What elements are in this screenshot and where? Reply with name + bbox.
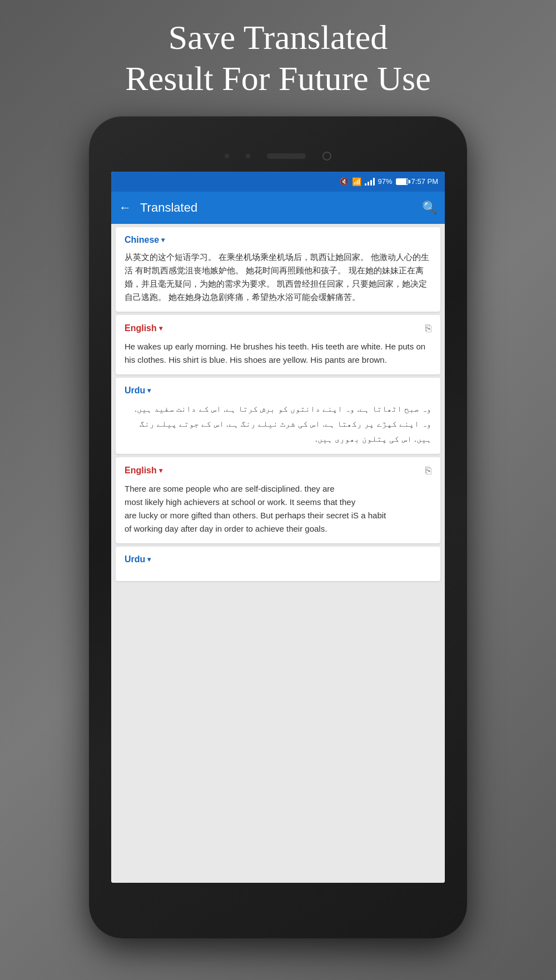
card-5-dropdown-arrow[interactable]: ▾ [147, 556, 151, 563]
card-4-share-button[interactable]: ⎘ [425, 465, 431, 477]
card-2-dropdown-arrow[interactable]: ▾ [159, 324, 162, 332]
translation-card-5: Urdu ▾ [116, 547, 440, 581]
phone-mockup: 🔇 📶 97% 7:57 PM ← [89, 116, 467, 938]
card-4-lang-row: English ▾ ⎘ [125, 465, 431, 477]
translation-card-3: Urdu ▾ وہ صبح اٹھاتا ہے. وہ اپنے دانتوں … [116, 378, 440, 454]
card-2-lang-row: English ▾ ⎘ [125, 323, 431, 334]
card-3-text: وہ صبح اٹھاتا ہے. وہ اپنے دانتوں کو برش … [125, 401, 431, 446]
card-3-lang-row: Urdu ▾ [125, 386, 431, 396]
clock: 7:57 PM [411, 177, 438, 186]
speaker-dot-right [246, 154, 250, 158]
card-1-lang-row: Chinese ▾ [125, 235, 431, 245]
card-5-lang-label[interactable]: Urdu ▾ [125, 554, 151, 564]
card-1-dropdown-arrow[interactable]: ▾ [161, 236, 165, 244]
search-button[interactable]: 🔍 [422, 201, 437, 215]
front-camera [322, 152, 331, 161]
mute-icon: 🔇 [340, 177, 349, 186]
card-4-text: There are some people who are self-disci… [125, 482, 431, 536]
phone-top-area [111, 141, 445, 172]
signal-bars [365, 178, 375, 186]
back-button[interactable]: ← [119, 201, 131, 215]
card-2-lang-label[interactable]: English ▾ [125, 323, 162, 333]
card-3-dropdown-arrow[interactable]: ▾ [147, 387, 151, 394]
content-area[interactable]: Chinese ▾ 从英文的这个短语学习。 在乘坐机场乘坐机场后，凯西让她回家。… [111, 224, 445, 883]
card-4-lang-label[interactable]: English ▾ [125, 466, 162, 476]
card-2-text: He wakes up early morning. He brushes hi… [125, 340, 431, 367]
phone-screen: 🔇 📶 97% 7:57 PM ← [111, 172, 445, 883]
battery-icon [396, 178, 408, 185]
speaker-grille [267, 153, 306, 159]
card-1-text: 从英文的这个短语学习。 在乘坐机场乘坐机场后，凯西让她回家。 他激动人心的生活 … [125, 251, 431, 304]
translation-card-2: English ▾ ⎘ He wakes up early morning. H… [116, 315, 440, 374]
app-bar: ← Translated 🔍 [111, 192, 445, 224]
translation-card-4: English ▾ ⎘ There are some people who ar… [116, 457, 440, 543]
status-icons: 🔇 📶 97% 7:57 PM [340, 177, 438, 186]
promo-title: Save Translated Result For Future Use [125, 17, 430, 99]
card-4-dropdown-arrow[interactable]: ▾ [159, 467, 162, 474]
speaker-dot-left [225, 154, 229, 158]
wifi-icon: 📶 [352, 177, 361, 186]
card-2-share-button[interactable]: ⎘ [425, 323, 431, 334]
phone-body: 🔇 📶 97% 7:57 PM ← [89, 116, 467, 938]
card-3-lang-label[interactable]: Urdu ▾ [125, 386, 151, 396]
card-5-lang-row: Urdu ▾ [125, 554, 431, 564]
status-bar: 🔇 📶 97% 7:57 PM [111, 172, 445, 192]
card-1-lang-label[interactable]: Chinese ▾ [125, 235, 165, 245]
app-title: Translated [140, 201, 413, 215]
battery-percent: 97% [378, 177, 393, 186]
translation-card-1: Chinese ▾ 从英文的这个短语学习。 在乘坐机场乘坐机场后，凯西让她回家。… [116, 227, 440, 312]
